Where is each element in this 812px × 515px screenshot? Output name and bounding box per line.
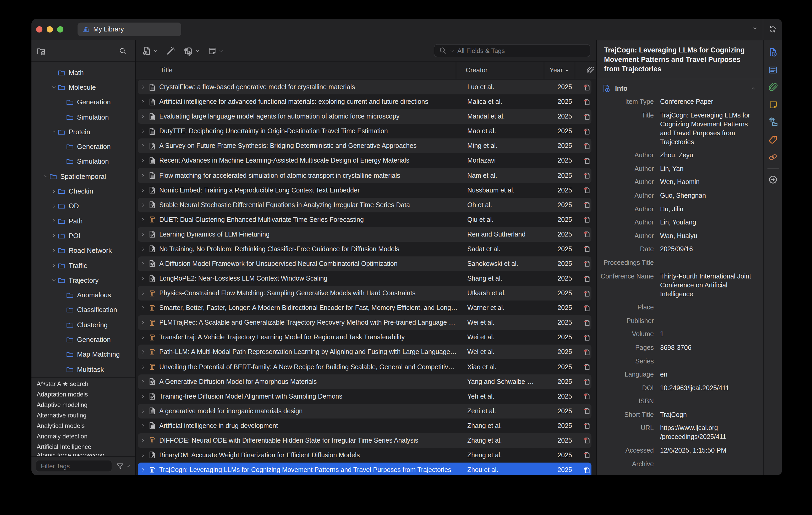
collection-item-multitask[interactable]: Multitask: [31, 362, 135, 377]
table-row[interactable]: TrajCogn: Leveraging LLMs for Cognizing …: [138, 463, 591, 475]
expander-chevron-down-icon[interactable]: [42, 173, 49, 179]
library-tab[interactable]: My Library: [78, 23, 181, 36]
collection-item-trajectory[interactable]: Trajectory: [31, 273, 135, 288]
table-row[interactable]: A Diffusion Model Framework for Unsuperv…: [138, 256, 591, 271]
table-row[interactable]: Unveiling the Potential of BERT-family: …: [138, 359, 591, 374]
row-expander-chevron-right-icon[interactable]: [140, 379, 146, 384]
table-row[interactable]: No Training, No Problem: Rethinking Clas…: [138, 242, 591, 256]
table-row[interactable]: PLMTrajRec: A Scalable and Generalizable…: [138, 316, 591, 330]
field-value[interactable]: Hu, Jilin: [660, 205, 757, 214]
collection-item-simulation[interactable]: Simulation: [31, 154, 135, 169]
field-value[interactable]: TrajCogn: Leveraging LLMs for Cognizing …: [660, 111, 757, 146]
row-expander-chevron-right-icon[interactable]: [140, 305, 146, 310]
collection-item-math[interactable]: Math: [31, 65, 135, 80]
expander-chevron-right-icon[interactable]: [50, 189, 58, 194]
row-expander-chevron-right-icon[interactable]: [140, 114, 146, 119]
table-row[interactable]: A generative model for inorganic materia…: [138, 404, 591, 418]
row-expander-chevron-right-icon[interactable]: [140, 217, 146, 222]
row-expander-chevron-right-icon[interactable]: [140, 350, 146, 355]
table-row[interactable]: Stable Neural Stochastic Differential Eq…: [138, 197, 591, 212]
notes-icon[interactable]: [768, 100, 778, 109]
collection-item-od[interactable]: OD: [31, 198, 135, 213]
zoom-window-button[interactable]: [57, 26, 63, 32]
row-expander-chevron-right-icon[interactable]: [140, 158, 146, 163]
collection-item-traffic[interactable]: Traffic: [31, 258, 135, 273]
row-expander-chevron-right-icon[interactable]: [140, 246, 146, 252]
row-expander-chevron-right-icon[interactable]: [140, 438, 146, 443]
locate-icon[interactable]: [768, 174, 778, 185]
table-row[interactable]: BinaryDM: Accurate Weight Binarization f…: [138, 448, 591, 463]
collection-item-map-matching[interactable]: Map Matching: [31, 347, 135, 362]
field-value[interactable]: 2025/09/16: [660, 245, 757, 254]
collection-item-molecule[interactable]: Molecule: [31, 80, 135, 95]
new-attachment-button[interactable]: [183, 46, 200, 56]
abstract-icon[interactable]: [768, 65, 778, 75]
row-expander-chevron-right-icon[interactable]: [140, 84, 146, 90]
field-value[interactable]: [660, 357, 757, 366]
field-value[interactable]: [660, 303, 757, 312]
field-value[interactable]: Lin, Youfang: [660, 218, 757, 227]
info-section-header[interactable]: Info: [597, 79, 763, 98]
field-value[interactable]: 3698-3706: [660, 344, 757, 352]
collection-item-checkin[interactable]: Checkin: [31, 184, 135, 199]
minimize-window-button[interactable]: [47, 26, 53, 32]
expander-chevron-down-icon[interactable]: [50, 85, 58, 90]
collection-item-path[interactable]: Path: [31, 213, 135, 228]
collection-item-clustering[interactable]: Clustering: [31, 317, 135, 332]
row-expander-chevron-right-icon[interactable]: [140, 173, 146, 178]
tag-item-clipped[interactable]: Atomic force microscopy: [31, 452, 135, 456]
related-icon[interactable]: [768, 152, 778, 162]
field-value[interactable]: 1: [660, 330, 757, 339]
field-value[interactable]: https://www.ijcai.org /proceedings/2025/…: [660, 424, 757, 442]
search-input[interactable]: All Fields & Tags: [434, 44, 590, 57]
field-value[interactable]: TrajCogn: [660, 411, 757, 419]
table-row[interactable]: DUET: Dual Clustering Enhanced Multivari…: [138, 212, 591, 227]
column-header-creator[interactable]: Creator: [456, 62, 544, 79]
expander-chevron-right-icon[interactable]: [50, 248, 58, 253]
field-value[interactable]: [660, 460, 757, 468]
row-expander-chevron-right-icon[interactable]: [140, 143, 146, 149]
table-row[interactable]: A Survey on Future Frame Synthesis: Brid…: [138, 139, 591, 154]
chevron-up-icon[interactable]: [750, 85, 756, 91]
collection-item-generation[interactable]: Generation: [31, 139, 135, 154]
tag-item[interactable]: Analytical models: [31, 421, 135, 431]
row-expander-chevron-right-icon[interactable]: [140, 291, 146, 296]
field-value[interactable]: Zhou, Zeyu: [660, 151, 757, 160]
field-value[interactable]: [660, 317, 757, 325]
wand-add-by-identifier-button[interactable]: [166, 46, 175, 56]
new-note-button[interactable]: [208, 47, 224, 55]
table-row[interactable]: LongRoPE2: Near-Lossless LLM Context Win…: [138, 271, 591, 286]
row-expander-chevron-right-icon[interactable]: [140, 335, 146, 340]
field-value[interactable]: 10.24963/ijcai.2025/411: [660, 384, 757, 392]
expander-chevron-down-icon[interactable]: [50, 129, 58, 135]
column-header-attachment[interactable]: [575, 62, 596, 79]
column-header-year[interactable]: Year: [544, 62, 575, 79]
table-row[interactable]: TransferTraj: A Vehicle Trajectory Learn…: [138, 330, 591, 345]
attachments-paperclip-icon[interactable]: [768, 82, 778, 92]
field-value[interactable]: en: [660, 370, 757, 379]
table-row[interactable]: Evaluating large language model agents f…: [138, 109, 591, 124]
tag-item[interactable]: A^\star A ★ search: [31, 379, 135, 389]
tag-item[interactable]: Adaptive modeling: [31, 400, 135, 410]
collection-item-poi[interactable]: POI: [31, 228, 135, 243]
sync-button[interactable]: [763, 19, 782, 40]
table-row[interactable]: CrystalFlow: a flow-based generative mod…: [138, 80, 591, 94]
row-expander-chevron-right-icon[interactable]: [140, 409, 146, 414]
collection-item-generation[interactable]: Generation: [31, 332, 135, 347]
table-row[interactable]: Path-LLM: A Multi-Modal Path Representat…: [138, 345, 591, 359]
collapse-item-pane-chevron-down-icon[interactable]: [752, 26, 757, 31]
collection-item-road-network[interactable]: Road Network: [31, 243, 135, 258]
row-expander-chevron-right-icon[interactable]: [140, 320, 146, 325]
collection-item-protein[interactable]: Protein: [31, 124, 135, 139]
tag-item[interactable]: Adaptation models: [31, 389, 135, 400]
tag-item[interactable]: Artificial Intelligence: [31, 441, 135, 452]
field-value[interactable]: Lin, Yan: [660, 165, 757, 173]
row-expander-chevron-right-icon[interactable]: [140, 423, 146, 429]
collection-search-button[interactable]: [119, 47, 127, 55]
close-window-button[interactable]: [36, 26, 42, 32]
tag-item[interactable]: Alternative routing: [31, 410, 135, 421]
field-value[interactable]: Conference Paper: [660, 98, 757, 106]
filter-tags-input[interactable]: Filter Tags: [36, 460, 112, 472]
table-row[interactable]: Learning Dynamics of LLM FinetuningRen a…: [138, 227, 591, 242]
field-value[interactable]: [660, 397, 757, 406]
